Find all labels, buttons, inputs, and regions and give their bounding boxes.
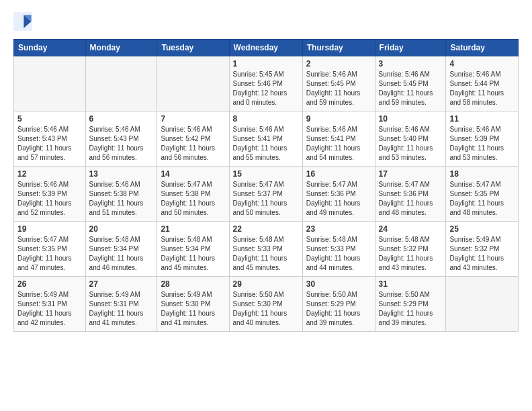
day-info: Sunrise: 5:46 AM Sunset: 5:43 PM Dayligh…: [89, 125, 154, 163]
calendar-cell: [85, 56, 157, 111]
calendar-cell: 16Sunrise: 5:47 AM Sunset: 5:36 PM Dayli…: [302, 167, 375, 222]
day-number: 23: [306, 224, 371, 234]
day-number: 12: [17, 169, 82, 179]
day-number: 20: [89, 224, 154, 234]
header-saturday: Saturday: [446, 40, 519, 56]
calendar-cell: 17Sunrise: 5:47 AM Sunset: 5:36 PM Dayli…: [375, 167, 446, 222]
day-info: Sunrise: 5:49 AM Sunset: 5:31 PM Dayligh…: [17, 290, 82, 328]
calendar-cell: 15Sunrise: 5:47 AM Sunset: 5:37 PM Dayli…: [229, 167, 302, 222]
header-sunday: Sunday: [14, 40, 86, 56]
calendar-cell: 23Sunrise: 5:48 AM Sunset: 5:33 PM Dayli…: [302, 222, 375, 277]
calendar-cell: 7Sunrise: 5:46 AM Sunset: 5:42 PM Daylig…: [157, 111, 229, 167]
day-number: 14: [161, 169, 225, 179]
day-number: 22: [233, 224, 299, 234]
week-row-1: 5Sunrise: 5:46 AM Sunset: 5:43 PM Daylig…: [14, 111, 519, 167]
day-info: Sunrise: 5:47 AM Sunset: 5:36 PM Dayligh…: [306, 180, 371, 218]
day-info: Sunrise: 5:48 AM Sunset: 5:32 PM Dayligh…: [379, 235, 443, 273]
day-number: 17: [379, 169, 443, 179]
day-number: 11: [449, 114, 515, 124]
day-number: 10: [379, 114, 443, 124]
calendar-cell: 3Sunrise: 5:46 AM Sunset: 5:45 PM Daylig…: [375, 56, 446, 111]
calendar-cell: 28Sunrise: 5:49 AM Sunset: 5:30 PM Dayli…: [157, 277, 229, 332]
day-info: Sunrise: 5:50 AM Sunset: 5:29 PM Dayligh…: [306, 290, 371, 328]
calendar-cell: 8Sunrise: 5:46 AM Sunset: 5:41 PM Daylig…: [229, 111, 302, 167]
day-number: 15: [233, 169, 299, 179]
calendar-cell: 20Sunrise: 5:48 AM Sunset: 5:34 PM Dayli…: [85, 222, 157, 277]
calendar-cell: 1Sunrise: 5:45 AM Sunset: 5:46 PM Daylig…: [229, 56, 302, 111]
day-info: Sunrise: 5:46 AM Sunset: 5:39 PM Dayligh…: [17, 180, 82, 218]
day-number: 2: [306, 59, 371, 68]
day-info: Sunrise: 5:46 AM Sunset: 5:45 PM Dayligh…: [306, 70, 371, 107]
day-info: Sunrise: 5:47 AM Sunset: 5:35 PM Dayligh…: [17, 235, 82, 273]
page-container: SundayMondayTuesdayWednesdayThursdayFrid…: [0, 0, 532, 338]
week-row-2: 12Sunrise: 5:46 AM Sunset: 5:39 PM Dayli…: [14, 167, 519, 222]
day-info: Sunrise: 5:46 AM Sunset: 5:41 PM Dayligh…: [306, 125, 371, 163]
day-number: 18: [449, 169, 515, 179]
week-row-4: 26Sunrise: 5:49 AM Sunset: 5:31 PM Dayli…: [14, 277, 519, 332]
day-info: Sunrise: 5:46 AM Sunset: 5:38 PM Dayligh…: [89, 180, 154, 218]
day-number: 1: [233, 59, 299, 68]
calendar-cell: 19Sunrise: 5:47 AM Sunset: 5:35 PM Dayli…: [14, 222, 86, 277]
day-number: 29: [233, 279, 299, 289]
calendar-cell: 26Sunrise: 5:49 AM Sunset: 5:31 PM Dayli…: [14, 277, 86, 332]
day-info: Sunrise: 5:47 AM Sunset: 5:35 PM Dayligh…: [449, 180, 515, 218]
day-info: Sunrise: 5:46 AM Sunset: 5:45 PM Dayligh…: [379, 70, 443, 107]
day-info: Sunrise: 5:47 AM Sunset: 5:38 PM Dayligh…: [161, 180, 225, 218]
day-info: Sunrise: 5:50 AM Sunset: 5:30 PM Dayligh…: [233, 290, 299, 328]
day-info: Sunrise: 5:48 AM Sunset: 5:34 PM Dayligh…: [89, 235, 154, 273]
day-number: 26: [17, 279, 82, 289]
day-info: Sunrise: 5:49 AM Sunset: 5:32 PM Dayligh…: [449, 235, 515, 273]
day-info: Sunrise: 5:45 AM Sunset: 5:46 PM Dayligh…: [233, 70, 299, 107]
day-info: Sunrise: 5:48 AM Sunset: 5:33 PM Dayligh…: [233, 235, 299, 273]
calendar-cell: 5Sunrise: 5:46 AM Sunset: 5:43 PM Daylig…: [14, 111, 86, 167]
day-info: Sunrise: 5:46 AM Sunset: 5:43 PM Dayligh…: [17, 125, 82, 163]
calendar-cell: [14, 56, 86, 111]
header-wednesday: Wednesday: [229, 40, 302, 56]
calendar-cell: [157, 56, 229, 111]
calendar-cell: [446, 277, 519, 332]
calendar-cell: 4Sunrise: 5:46 AM Sunset: 5:44 PM Daylig…: [446, 56, 519, 111]
calendar-cell: 6Sunrise: 5:46 AM Sunset: 5:43 PM Daylig…: [85, 111, 157, 167]
calendar-cell: 29Sunrise: 5:50 AM Sunset: 5:30 PM Dayli…: [229, 277, 302, 332]
day-number: 25: [449, 224, 515, 234]
day-info: Sunrise: 5:49 AM Sunset: 5:31 PM Dayligh…: [89, 290, 154, 328]
calendar-table: SundayMondayTuesdayWednesdayThursdayFrid…: [13, 39, 519, 332]
day-number: 19: [17, 224, 82, 234]
day-number: 4: [449, 59, 515, 68]
day-info: Sunrise: 5:47 AM Sunset: 5:36 PM Dayligh…: [379, 180, 443, 218]
week-row-3: 19Sunrise: 5:47 AM Sunset: 5:35 PM Dayli…: [14, 222, 519, 277]
day-number: 13: [89, 169, 154, 179]
day-info: Sunrise: 5:46 AM Sunset: 5:40 PM Dayligh…: [379, 125, 443, 163]
header: [13, 12, 519, 31]
day-info: Sunrise: 5:48 AM Sunset: 5:34 PM Dayligh…: [161, 235, 225, 273]
day-info: Sunrise: 5:49 AM Sunset: 5:30 PM Dayligh…: [161, 290, 225, 328]
day-number: 9: [306, 114, 371, 124]
calendar-cell: 13Sunrise: 5:46 AM Sunset: 5:38 PM Dayli…: [85, 167, 157, 222]
header-row: SundayMondayTuesdayWednesdayThursdayFrid…: [14, 40, 519, 56]
calendar-cell: 14Sunrise: 5:47 AM Sunset: 5:38 PM Dayli…: [157, 167, 229, 222]
calendar-cell: 18Sunrise: 5:47 AM Sunset: 5:35 PM Dayli…: [446, 167, 519, 222]
calendar-cell: 31Sunrise: 5:50 AM Sunset: 5:29 PM Dayli…: [375, 277, 446, 332]
logo: [13, 12, 35, 31]
calendar-cell: 12Sunrise: 5:46 AM Sunset: 5:39 PM Dayli…: [14, 167, 86, 222]
day-info: Sunrise: 5:50 AM Sunset: 5:29 PM Dayligh…: [379, 290, 443, 328]
day-number: 30: [306, 279, 371, 289]
logo-icon: [13, 12, 32, 31]
header-tuesday: Tuesday: [157, 40, 229, 56]
calendar-cell: 25Sunrise: 5:49 AM Sunset: 5:32 PM Dayli…: [446, 222, 519, 277]
header-monday: Monday: [85, 40, 157, 56]
day-info: Sunrise: 5:48 AM Sunset: 5:33 PM Dayligh…: [306, 235, 371, 273]
day-number: 16: [306, 169, 371, 179]
day-number: 28: [161, 279, 225, 289]
calendar-cell: 9Sunrise: 5:46 AM Sunset: 5:41 PM Daylig…: [302, 111, 375, 167]
day-info: Sunrise: 5:46 AM Sunset: 5:39 PM Dayligh…: [449, 125, 515, 163]
calendar-cell: 11Sunrise: 5:46 AM Sunset: 5:39 PM Dayli…: [446, 111, 519, 167]
day-number: 31: [379, 279, 443, 289]
calendar-cell: 10Sunrise: 5:46 AM Sunset: 5:40 PM Dayli…: [375, 111, 446, 167]
header-thursday: Thursday: [302, 40, 375, 56]
calendar-cell: 27Sunrise: 5:49 AM Sunset: 5:31 PM Dayli…: [85, 277, 157, 332]
calendar-cell: 2Sunrise: 5:46 AM Sunset: 5:45 PM Daylig…: [302, 56, 375, 111]
day-number: 21: [161, 224, 225, 234]
day-info: Sunrise: 5:46 AM Sunset: 5:44 PM Dayligh…: [449, 70, 515, 107]
day-number: 8: [233, 114, 299, 124]
